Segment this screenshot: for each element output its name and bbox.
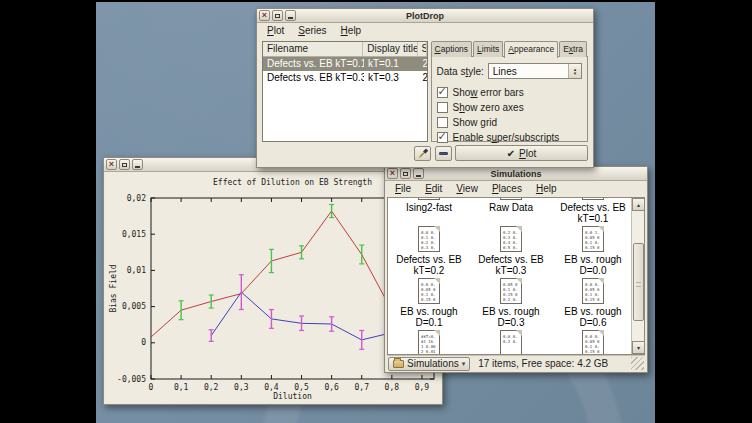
- spinner-arrows-icon[interactable]: ▴▾: [568, 64, 581, 78]
- file-item[interactable]: 0.0 0. 0.05 0 0.1 0. 0.15 0XEB vs. rough: [552, 328, 631, 354]
- scroll-up-icon[interactable]: ▴: [632, 198, 645, 211]
- file-item[interactable]: 0.2 0. 0.3 0. 0.4 0. 0.5 0.Raw Data: [470, 198, 552, 224]
- location-dropdown[interactable]: Simulations ▾: [388, 357, 470, 371]
- remove-button[interactable]: [435, 146, 452, 161]
- close-icon[interactable]: ×: [259, 10, 270, 21]
- file-item[interactable]: 0.0 1. 0.05 0 0.1 0. 0.15 0Defects vs. E…: [552, 198, 631, 224]
- file-item[interactable]: 0.0 0. 0.2 0.XEB vs. rough: [470, 328, 552, 354]
- file-item[interactable]: 0.0 0. 0.05 0 0.1 0. 0.15 0EB vs. rough …: [388, 276, 470, 328]
- file-item[interactable]: 0.0 1. 0.05 0 0.1 0. 0.15 0EB vs. rough …: [552, 224, 631, 276]
- tab-extra[interactable]: Extra: [559, 41, 587, 57]
- file-item[interactable]: 0.2 0. 0.3 0. 0.4 0. 0.5 0.Defects vs. E…: [470, 224, 552, 276]
- file-item[interactable]: 0.05 0 0.1 0. 0.15 0 0.2 0.EB vs. rough …: [470, 276, 552, 328]
- column-header-series[interactable]: Series: [418, 42, 427, 56]
- x-tick-label: 0,6: [324, 383, 339, 392]
- checkbox-row[interactable]: Show grid: [437, 115, 582, 130]
- vertical-scrollbar[interactable]: ▴ ▾: [631, 198, 644, 354]
- location-label: Simulations: [407, 358, 459, 369]
- file-row[interactable]: Defects vs. EB kT=0.1kT=0.12: [263, 57, 427, 71]
- y-tick-label: 0,01: [127, 266, 146, 275]
- tab-appearance[interactable]: Appearance: [504, 41, 558, 58]
- y-tick-label: 0,015: [122, 230, 146, 239]
- window-title: PlotDrop: [257, 11, 593, 21]
- simulations-menu-view[interactable]: View: [449, 183, 485, 194]
- file-item[interactable]: 0.0 0. 0.05 0 0.1 0. 0.15 0EB vs. rough …: [552, 276, 631, 328]
- column-header-filename[interactable]: Filename: [263, 42, 363, 56]
- data-style-select[interactable]: Lines ▴▾: [488, 63, 582, 79]
- plotdrop-menu-plot[interactable]: Plot: [260, 25, 291, 36]
- plotdrop-menu-series[interactable]: Series: [291, 25, 333, 36]
- file-viewport[interactable]: 0.0 0. 0.1 0. 0.2 0. 0.3 0.Ising2-fast0.…: [388, 198, 631, 354]
- document-preview: 0.0 0. 0.1 0. 0.2 0. 0.3 0.: [419, 227, 439, 250]
- checkbox-label: Show grid: [453, 117, 497, 128]
- file-item[interactable]: 0.0 0. 0.1 0. 0.2 0. 0.3 0.Defects vs. E…: [388, 224, 470, 276]
- checkbox-row[interactable]: Show error bars: [437, 85, 582, 100]
- checkbox-checked-icon[interactable]: [437, 87, 448, 98]
- column-header-display-title[interactable]: Display title: [363, 42, 417, 56]
- file-item[interactable]: 0.0 0. 0.1 0. 0.2 0. 0.3 0.Ising2-fast: [388, 198, 470, 224]
- file-list-header: Filename Display title Series: [263, 42, 427, 57]
- file-cell: kT=0.3: [364, 71, 419, 85]
- tab-bar: CaptionsLimitsAppearanceExtra: [431, 41, 588, 57]
- document-preview: 0.0 1. 0.05 0 0.1 0. 0.15 0: [583, 227, 603, 250]
- file-label: Raw Data: [489, 202, 533, 213]
- resize-grip[interactable]: [631, 357, 644, 370]
- close-icon[interactable]: ×: [106, 159, 117, 170]
- file-list[interactable]: Filename Display title Series Defects vs…: [262, 41, 428, 142]
- tab-captions[interactable]: Captions: [431, 41, 473, 57]
- checkbox-label: Enable super/subscripts: [453, 132, 560, 143]
- document-preview: 0.0 0. 0.05 0 0.1 0. 0.15 0: [419, 279, 439, 302]
- simulations-menu-help[interactable]: Help: [529, 183, 564, 194]
- scrollbar-thumb[interactable]: [633, 243, 644, 321]
- file-label: Defects vs. EB kT=0.2: [396, 254, 462, 276]
- file-cell: 2: [419, 57, 427, 71]
- scroll-down-icon[interactable]: ▾: [632, 341, 645, 354]
- document-preview: 0.0 0. 0.05 0 0.1 0. 0.15 0: [583, 331, 603, 354]
- chevron-down-icon: ▾: [462, 360, 466, 368]
- document-preview: 0.0 0. 0.2 0.: [501, 331, 521, 344]
- document-icon: 0.0 0. 0.2 0.: [500, 330, 522, 354]
- file-item[interactable]: #kT=0. #1 1k 1 0.00 2 0.01Layer vs. EB: [388, 328, 470, 354]
- checkbox-unchecked-icon[interactable]: [437, 117, 448, 128]
- minimize-icon[interactable]: [285, 10, 296, 21]
- maximize-icon[interactable]: [272, 10, 283, 21]
- checkbox-label: Show error bars: [453, 87, 524, 98]
- x-tick-label: 0,5: [294, 383, 309, 392]
- x-tick-label: 0,7: [355, 383, 370, 392]
- checkbox-unchecked-icon[interactable]: [437, 102, 448, 113]
- y-tick-label: 0,005: [122, 302, 146, 311]
- plotdrop-menubar: PlotSeriesHelp: [257, 23, 593, 38]
- checkbox-row[interactable]: Show zero axes: [437, 100, 582, 115]
- x-tick-label: 0,3: [234, 383, 249, 392]
- minimize-icon[interactable]: [413, 168, 424, 179]
- close-icon[interactable]: ×: [387, 168, 398, 179]
- y-axis-label: Bias Field: [109, 264, 118, 312]
- simulations-menu-places[interactable]: Places: [485, 183, 529, 194]
- maximize-icon[interactable]: [400, 168, 411, 179]
- minimize-icon[interactable]: [132, 159, 143, 170]
- document-icon: 0.2 0. 0.3 0. 0.4 0. 0.5 0.: [500, 226, 522, 252]
- file-label: Defects vs. EB kT=0.3: [478, 254, 544, 276]
- simulations-menu-edit[interactable]: Edit: [418, 183, 449, 194]
- data-style-label: Data style:: [437, 66, 484, 77]
- plotdrop-titlebar[interactable]: × PlotDrop: [257, 9, 593, 23]
- plot-button[interactable]: ✔ Plot: [455, 145, 588, 161]
- clear-list-button[interactable]: [414, 146, 431, 161]
- file-label: Ising2-fast: [406, 202, 452, 213]
- tab-limits[interactable]: Limits: [473, 41, 503, 57]
- plot-button-label: Plot: [519, 148, 536, 159]
- plotdrop-menu-help[interactable]: Help: [334, 25, 369, 36]
- check-icon: ✔: [507, 148, 515, 159]
- document-preview: 0.0 0. 0.05 0 0.1 0. 0.15 0: [583, 279, 603, 302]
- checkbox-label: Show zero axes: [453, 102, 524, 113]
- checkbox-row[interactable]: Enable super/subscripts: [437, 130, 582, 145]
- file-row[interactable]: Defects vs. EB kT=0.3kT=0.32: [263, 71, 427, 85]
- simulations-titlebar[interactable]: × Simulations: [385, 167, 647, 181]
- checkbox-checked-icon[interactable]: [437, 132, 448, 143]
- plotdrop-window: × PlotDrop PlotSeriesHelp Filename Displ…: [256, 8, 594, 168]
- y-tick-label: 0,02: [127, 194, 146, 203]
- maximize-icon[interactable]: [119, 159, 130, 170]
- simulations-menu-file[interactable]: File: [388, 183, 418, 194]
- status-bar: Simulations ▾ 17 items, Free space: 4.2 …: [387, 355, 645, 371]
- file-label: Defects vs. EB kT=0.1: [560, 202, 626, 224]
